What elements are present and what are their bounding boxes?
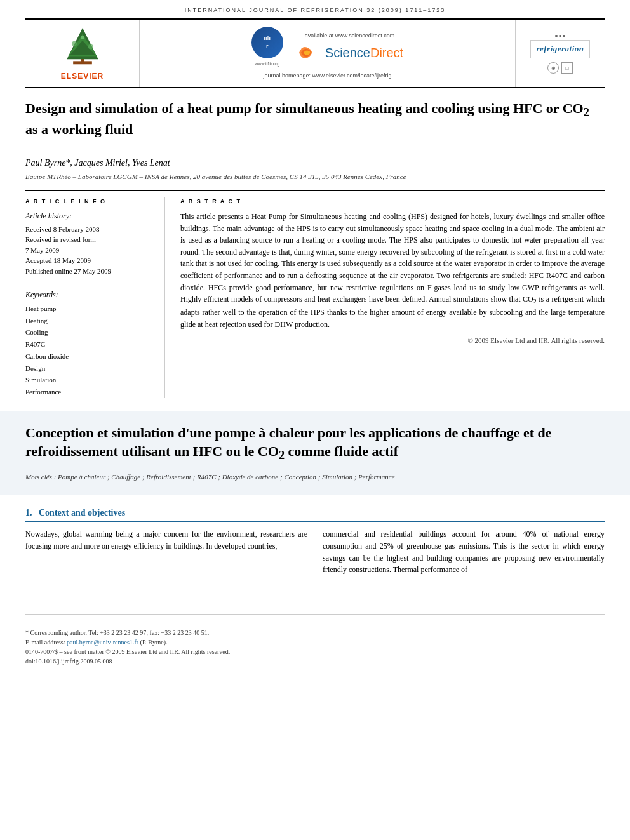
abstract-header: A B S T R A C T xyxy=(180,197,605,206)
elsevier-tree-icon xyxy=(54,25,111,69)
received-revised-date: 7 May 2009 xyxy=(25,245,154,256)
keyword-cooling: Cooling xyxy=(25,326,154,338)
title-divider xyxy=(25,150,605,150)
keyword-heating: Heating xyxy=(25,315,154,327)
footnote-divider xyxy=(25,625,605,625)
section-1-header: 1. Context and objectives xyxy=(25,507,605,523)
corresponding-author: * Corresponding author. Tel: +33 2 23 23… xyxy=(25,628,605,637)
email-label: E-mail address: xyxy=(25,639,67,646)
svg-point-6 xyxy=(88,44,93,49)
refrigeration-word: refrigeration xyxy=(536,43,584,55)
article-history-label: Article history: xyxy=(25,211,154,222)
mots-cles: Mots clés : Pompe à chaleur ; Chauffage … xyxy=(25,472,605,482)
email-line: E-mail address: paul.byrne@univ-rennes1.… xyxy=(25,637,605,647)
keywords-list: Heat pump Heating Cooling R407C Carbon d… xyxy=(25,303,154,398)
email-link[interactable]: paul.byrne@univ-rennes1.fr xyxy=(67,639,138,646)
main-title: Design and simulation of a heat pump for… xyxy=(25,100,605,139)
article-info-column: A R T I C L E I N F O Article history: R… xyxy=(25,197,165,397)
content-area: Design and simulation of a heat pump for… xyxy=(25,88,605,398)
square-icon: □ xyxy=(561,62,573,74)
sciencedirect-icon xyxy=(296,43,321,62)
circle-icon: ⊕ xyxy=(547,62,559,74)
keyword-performance: Performance xyxy=(25,386,154,398)
keyword-carbon-dioxide: Carbon dioxide xyxy=(25,350,154,363)
authors: Paul Byrne*, Jacques Miriel, Yves Lenat xyxy=(25,157,605,170)
logo-bar: ELSEVIER iifir www.iifiir.org available … xyxy=(25,18,605,88)
sciencedirect-section: iifir www.iifiir.org available at www.sc… xyxy=(140,20,516,87)
received-date-1: Received 8 February 2008 xyxy=(25,224,154,235)
keyword-r407c: R407C xyxy=(25,338,154,350)
keyword-design: Design xyxy=(25,363,154,375)
email-suffix: (P. Byrne). xyxy=(138,639,168,646)
keyword-heat-pump: Heat pump xyxy=(25,303,154,315)
keyword-simulation: Simulation xyxy=(25,374,154,386)
body-col-left: Nowadays, global warming being a major c… xyxy=(25,528,307,575)
body-col-right: commercial and residential buildings acc… xyxy=(323,528,605,575)
article-info-abstract: A R T I C L E I N F O Article history: R… xyxy=(25,197,605,397)
abstract-text: This article presents a Heat Pump for Si… xyxy=(180,211,605,346)
journal-homepage: journal homepage: www.elsevier.com/locat… xyxy=(263,72,391,80)
elsevier-logo-section: ELSEVIER xyxy=(25,20,140,87)
svg-point-5 xyxy=(72,41,77,46)
refrigeration-box: refrigeration xyxy=(530,40,589,58)
main-content: 1. Context and objectives Nowadays, glob… xyxy=(25,495,605,576)
keywords-label: Keywords: xyxy=(25,290,154,300)
journal-title-text: INTERNATIONAL JOURNAL OF REFRIGERATION 3… xyxy=(185,7,446,13)
iifir-logo-icon: iifir xyxy=(251,27,283,58)
affiliation-divider xyxy=(25,190,605,191)
affiliation: Equipe MTRhéo – Laboratoire LGCGM – INSA… xyxy=(25,172,605,182)
accepted-date: Accepted 18 May 2009 xyxy=(25,255,154,266)
french-title-section: Conception et simulation d'une pompe à c… xyxy=(0,411,630,495)
published-date: Published online 27 May 2009 xyxy=(25,266,154,277)
history-keywords-divider xyxy=(25,283,154,283)
french-title: Conception et simulation d'une pompe à c… xyxy=(25,423,605,464)
footnotes: * Corresponding author. Tel: +33 2 23 23… xyxy=(25,614,605,666)
article-info-header: A R T I C L E I N F O xyxy=(25,197,154,206)
svg-point-7 xyxy=(81,35,84,39)
body-text-right: commercial and residential buildings acc… xyxy=(323,528,605,575)
refrigeration-journal-section: ■ ■ ■ refrigeration ⊕ □ xyxy=(516,20,605,87)
abstract-column: A B S T R A C T This article presents a … xyxy=(180,197,605,397)
copyright: © 2009 Elsevier Ltd and IIR. All rights … xyxy=(180,335,605,346)
iifir-url: www.iifiir.org xyxy=(255,61,279,67)
doi-line: doi:10.1016/j.ijrefrig.2009.05.008 xyxy=(25,657,605,666)
sciencedirect-text: ScienceDirect xyxy=(325,44,403,62)
issn-line: 0140-7007/$ – see front matter © 2009 El… xyxy=(25,647,605,657)
section-1-body: Nowadays, global warming being a major c… xyxy=(25,528,605,575)
refrig-icons-area: ⊕ □ xyxy=(547,62,573,74)
received-revised-label: Received in revised form xyxy=(25,234,154,245)
available-text: available at www.sciencedirect.com xyxy=(296,32,403,40)
journal-header: INTERNATIONAL JOURNAL OF REFRIGERATION 3… xyxy=(0,0,630,18)
elsevier-label: ELSEVIER xyxy=(61,71,104,82)
body-text-left: Nowadays, global warming being a major c… xyxy=(25,528,307,552)
